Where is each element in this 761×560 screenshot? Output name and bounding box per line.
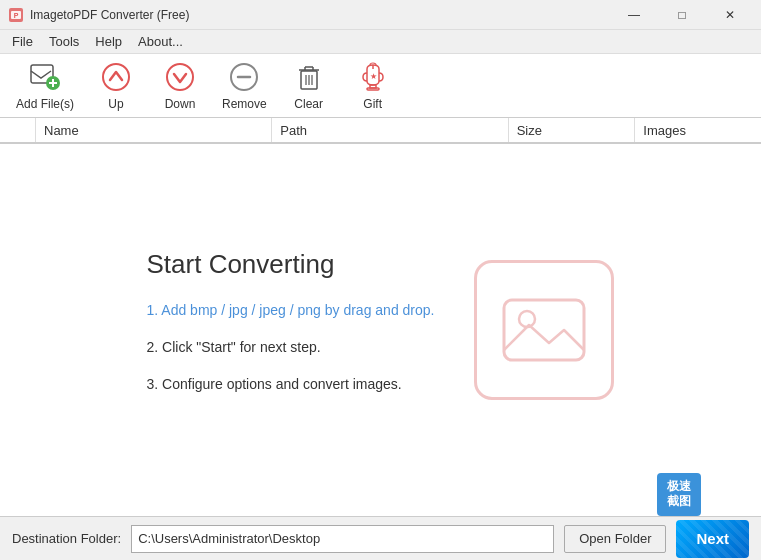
col-path-header: Path <box>272 118 508 142</box>
clear-label: Clear <box>294 97 323 111</box>
app-window: P ImagetoPDF Converter (Free) — □ ✕ File… <box>0 0 761 560</box>
destination-input[interactable] <box>131 525 554 553</box>
col-checkbox-header <box>0 118 36 142</box>
down-label: Down <box>165 97 196 111</box>
col-size-header: Size <box>509 118 636 142</box>
down-button[interactable]: Down <box>150 58 210 114</box>
svg-text:★: ★ <box>369 72 376 81</box>
step-1: 1. Add bmp / jpg / jpeg / png by drag an… <box>147 300 435 321</box>
maximize-button[interactable]: □ <box>659 0 705 30</box>
image-placeholder-icon <box>474 260 614 400</box>
svg-point-24 <box>519 311 535 327</box>
add-files-label: Add File(s) <box>16 97 74 111</box>
steps-title: Start Converting <box>147 249 435 280</box>
title-bar: P ImagetoPDF Converter (Free) — □ ✕ <box>0 0 761 30</box>
remove-button[interactable]: Remove <box>214 58 275 114</box>
app-icon: P <box>8 7 24 23</box>
minimize-button[interactable]: — <box>611 0 657 30</box>
svg-point-8 <box>167 64 193 90</box>
bottom-bar: Destination Folder: Open Folder Next <box>0 516 761 560</box>
clear-button[interactable]: Clear <box>279 58 339 114</box>
col-name-header: Name <box>36 118 272 142</box>
close-button[interactable]: ✕ <box>707 0 753 30</box>
gift-label: Gift <box>363 97 382 111</box>
step-3: 3. Configure options and convert images. <box>147 374 435 395</box>
svg-rect-20 <box>367 88 379 90</box>
down-icon <box>164 61 196 93</box>
svg-rect-23 <box>504 300 584 360</box>
up-icon <box>100 61 132 93</box>
up-label: Up <box>108 97 123 111</box>
col-images-header: Images <box>635 118 761 142</box>
clear-icon <box>293 61 325 93</box>
menu-help[interactable]: Help <box>87 30 130 53</box>
menu-about[interactable]: About... <box>130 30 191 53</box>
open-folder-button[interactable]: Open Folder <box>564 525 666 553</box>
svg-text:P: P <box>14 12 19 19</box>
menu-tools[interactable]: Tools <box>41 30 87 53</box>
svg-point-7 <box>103 64 129 90</box>
title-bar-text: ImagetoPDF Converter (Free) <box>30 8 611 22</box>
remove-icon <box>228 61 260 93</box>
content-area: Name Path Size Images Start Converting 1… <box>0 118 761 516</box>
step-2: 2. Click "Start" for next step. <box>147 337 435 358</box>
menu-bar: File Tools Help About... <box>0 30 761 54</box>
remove-label: Remove <box>222 97 267 111</box>
toolbar: Add File(s) Up Down <box>0 54 761 118</box>
gift-icon: ★ <box>357 61 389 93</box>
next-button[interactable]: Next <box>676 520 749 558</box>
add-files-button[interactable]: Add File(s) <box>8 58 82 114</box>
menu-file[interactable]: File <box>4 30 41 53</box>
title-bar-controls: — □ ✕ <box>611 0 753 30</box>
destination-label: Destination Folder: <box>12 531 121 546</box>
file-list[interactable]: Start Converting 1. Add bmp / jpg / jpeg… <box>0 144 761 516</box>
add-files-icon <box>29 61 61 93</box>
up-button[interactable]: Up <box>86 58 146 114</box>
table-header: Name Path Size Images <box>0 118 761 144</box>
gift-button[interactable]: ★ Gift <box>343 58 403 114</box>
empty-state: Start Converting 1. Add bmp / jpg / jpeg… <box>147 249 615 411</box>
